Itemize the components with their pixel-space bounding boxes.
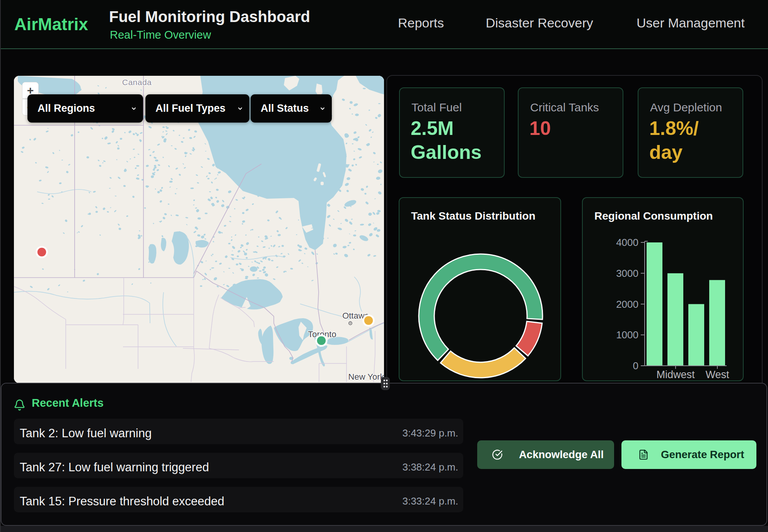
svg-text:West: West — [705, 369, 729, 380]
svg-text:2000: 2000 — [616, 298, 638, 310]
svg-text:3000: 3000 — [616, 268, 638, 279]
svg-text:Midwest: Midwest — [656, 369, 695, 380]
svg-text:Canada: Canada — [122, 78, 152, 87]
svg-text:New York: New York — [348, 372, 384, 382]
svg-text:1000: 1000 — [616, 329, 638, 341]
svg-text:0: 0 — [633, 360, 638, 372]
svg-text:4000: 4000 — [616, 237, 638, 248]
